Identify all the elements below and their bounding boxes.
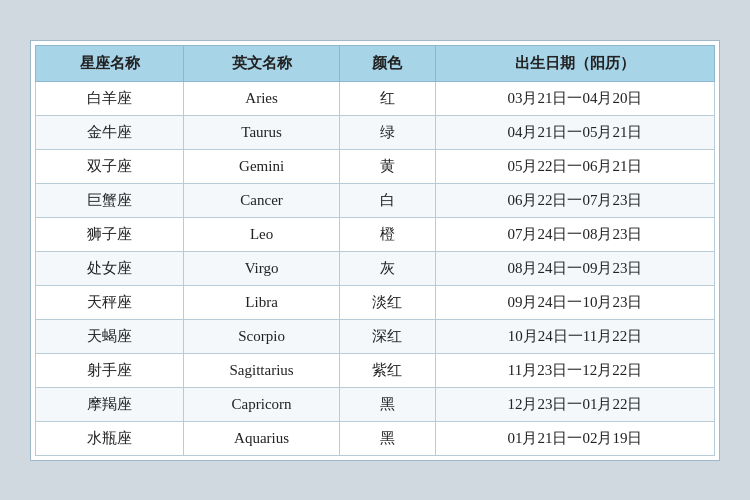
cell-1-0: 金牛座 (36, 115, 184, 149)
header-chinese-name: 星座名称 (36, 45, 184, 81)
header-english-name: 英文名称 (184, 45, 340, 81)
cell-10-0: 水瓶座 (36, 421, 184, 455)
table-row: 金牛座Taurus绿04月21日一05月21日 (36, 115, 715, 149)
cell-9-2: 黑 (339, 387, 435, 421)
cell-8-0: 射手座 (36, 353, 184, 387)
cell-9-3: 12月23日一01月22日 (435, 387, 714, 421)
table-row: 摩羯座Capricorn黑12月23日一01月22日 (36, 387, 715, 421)
cell-2-3: 05月22日一06月21日 (435, 149, 714, 183)
table-header-row: 星座名称 英文名称 颜色 出生日期（阳历） (36, 45, 715, 81)
cell-6-0: 天秤座 (36, 285, 184, 319)
table-row: 双子座Gemini黄05月22日一06月21日 (36, 149, 715, 183)
cell-8-1: Sagittarius (184, 353, 340, 387)
cell-6-1: Libra (184, 285, 340, 319)
cell-4-1: Leo (184, 217, 340, 251)
cell-8-2: 紫红 (339, 353, 435, 387)
header-color: 颜色 (339, 45, 435, 81)
cell-4-0: 狮子座 (36, 217, 184, 251)
table-row: 天秤座Libra淡红09月24日一10月23日 (36, 285, 715, 319)
table-row: 处女座Virgo灰08月24日一09月23日 (36, 251, 715, 285)
cell-1-2: 绿 (339, 115, 435, 149)
cell-2-0: 双子座 (36, 149, 184, 183)
header-birthdate: 出生日期（阳历） (435, 45, 714, 81)
cell-4-3: 07月24日一08月23日 (435, 217, 714, 251)
zodiac-table-container: 星座名称 英文名称 颜色 出生日期（阳历） 白羊座Aries红03月21日一04… (30, 40, 720, 461)
cell-9-1: Capricorn (184, 387, 340, 421)
cell-9-0: 摩羯座 (36, 387, 184, 421)
table-row: 巨蟹座Cancer白06月22日一07月23日 (36, 183, 715, 217)
cell-3-0: 巨蟹座 (36, 183, 184, 217)
cell-0-3: 03月21日一04月20日 (435, 81, 714, 115)
cell-0-1: Aries (184, 81, 340, 115)
table-row: 天蝎座Scorpio深红10月24日一11月22日 (36, 319, 715, 353)
cell-1-3: 04月21日一05月21日 (435, 115, 714, 149)
table-row: 狮子座Leo橙07月24日一08月23日 (36, 217, 715, 251)
cell-10-1: Aquarius (184, 421, 340, 455)
zodiac-table: 星座名称 英文名称 颜色 出生日期（阳历） 白羊座Aries红03月21日一04… (35, 45, 715, 456)
cell-5-1: Virgo (184, 251, 340, 285)
cell-8-3: 11月23日一12月22日 (435, 353, 714, 387)
cell-6-3: 09月24日一10月23日 (435, 285, 714, 319)
cell-10-3: 01月21日一02月19日 (435, 421, 714, 455)
cell-3-1: Cancer (184, 183, 340, 217)
cell-3-2: 白 (339, 183, 435, 217)
cell-7-2: 深红 (339, 319, 435, 353)
cell-7-3: 10月24日一11月22日 (435, 319, 714, 353)
cell-4-2: 橙 (339, 217, 435, 251)
cell-2-2: 黄 (339, 149, 435, 183)
cell-0-0: 白羊座 (36, 81, 184, 115)
cell-0-2: 红 (339, 81, 435, 115)
cell-5-3: 08月24日一09月23日 (435, 251, 714, 285)
table-row: 射手座Sagittarius紫红11月23日一12月22日 (36, 353, 715, 387)
cell-7-0: 天蝎座 (36, 319, 184, 353)
cell-1-1: Taurus (184, 115, 340, 149)
table-row: 水瓶座Aquarius黑01月21日一02月19日 (36, 421, 715, 455)
table-row: 白羊座Aries红03月21日一04月20日 (36, 81, 715, 115)
cell-5-2: 灰 (339, 251, 435, 285)
cell-3-3: 06月22日一07月23日 (435, 183, 714, 217)
cell-5-0: 处女座 (36, 251, 184, 285)
cell-7-1: Scorpio (184, 319, 340, 353)
cell-6-2: 淡红 (339, 285, 435, 319)
cell-2-1: Gemini (184, 149, 340, 183)
cell-10-2: 黑 (339, 421, 435, 455)
